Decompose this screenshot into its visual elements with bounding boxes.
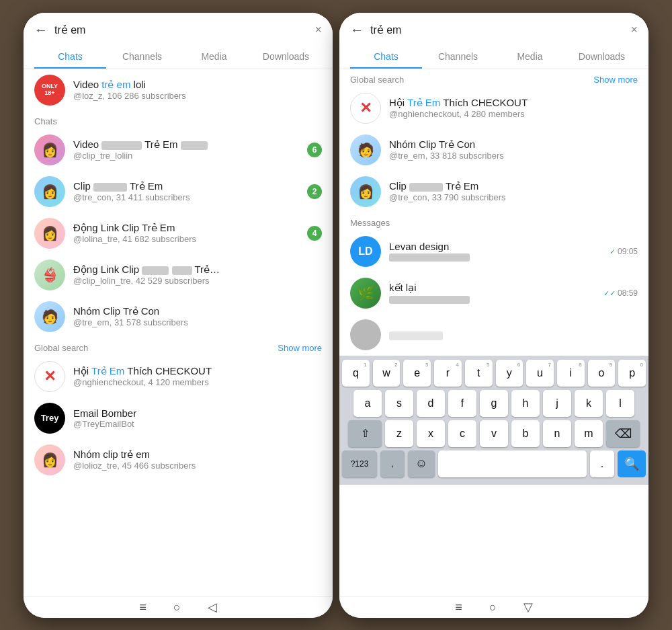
key-b[interactable]: b bbox=[511, 420, 540, 447]
key-f[interactable]: f bbox=[448, 390, 476, 417]
msg2-info: kết lại bbox=[389, 282, 595, 304]
chat1-name: Video Trẻ Em bbox=[73, 139, 299, 151]
message-item-1-right[interactable]: LD Levan design ✓ 09:05 bbox=[339, 231, 648, 272]
msg2-name: kết lại bbox=[389, 282, 595, 294]
nav-back-left[interactable]: ◁ bbox=[208, 600, 217, 615]
key-s[interactable]: s bbox=[385, 390, 413, 417]
global3-info-left: Nhóm clip trẻ em @lolioz_tre, 45 466 sub… bbox=[73, 448, 322, 471]
nav-home-right[interactable]: ○ bbox=[489, 600, 497, 615]
tab-downloads-right[interactable]: Downloads bbox=[566, 46, 638, 69]
msg2-preview bbox=[389, 294, 595, 304]
back-button-right[interactable]: ← bbox=[350, 22, 364, 38]
nav-bar-right: ≡ ○ ▽ bbox=[339, 596, 648, 618]
key-x[interactable]: x bbox=[417, 420, 445, 447]
global-item-2-right[interactable]: 🧑 Nhóm Clip Trẻ Con @tre_em, 33 818 subs… bbox=[339, 129, 648, 171]
tab-channels-left[interactable]: Channels bbox=[106, 46, 178, 69]
key-w[interactable]: w2 bbox=[373, 360, 401, 387]
chat-item-3[interactable]: 👩 Động Link Clip Trẻ Em @lolina_tre, 41 … bbox=[24, 212, 333, 254]
key-n[interactable]: n bbox=[543, 420, 571, 447]
avatar-checkout-left: ✕ bbox=[34, 361, 65, 392]
search-input-right[interactable]: trẻ em bbox=[370, 24, 624, 36]
keyboard-right: q1 w2 e3 r4 t5 y6 u7 i8 o9 p0 a s d f g … bbox=[339, 356, 648, 485]
key-m[interactable]: m bbox=[575, 420, 603, 447]
nav-menu-right[interactable]: ≡ bbox=[455, 600, 462, 615]
global-item-1-right[interactable]: ✕ Hội Trẻ Em Thích CHECKOUT @nghiencheck… bbox=[339, 87, 648, 129]
global1-sub-left: @nghiencheckout, 4 120 members bbox=[73, 377, 322, 387]
key-dot[interactable]: . bbox=[590, 450, 614, 477]
key-r[interactable]: r4 bbox=[434, 360, 462, 387]
key-search-button[interactable]: 🔍 bbox=[618, 450, 646, 477]
key-k[interactable]: k bbox=[575, 390, 603, 417]
search-bar-right: ← trẻ em × bbox=[350, 22, 638, 38]
chat3-name: Động Link Clip Trẻ Em bbox=[73, 222, 299, 234]
chat-item-4[interactable]: 👙 Động Link Clip Trẻ… @clip_lolin_tre, 4… bbox=[24, 254, 333, 296]
message-item-2-right[interactable]: 🌿 kết lại ✓✓ 08:59 bbox=[339, 272, 648, 314]
body-left: ONLY18+ Video trẻ em loli @loz_z, 106 28… bbox=[24, 69, 333, 596]
tab-chats-right[interactable]: Chats bbox=[350, 46, 422, 69]
key-123[interactable]: ?123 bbox=[342, 450, 377, 477]
key-backspace[interactable]: ⌫ bbox=[606, 420, 640, 447]
search-input-left[interactable]: trẻ em bbox=[54, 24, 308, 36]
show-more-left[interactable]: Show more bbox=[278, 343, 322, 353]
msg1-right: ✓ 09:05 bbox=[610, 247, 638, 256]
key-l[interactable]: l bbox=[606, 390, 634, 417]
nav-back-right[interactable]: ▽ bbox=[523, 600, 533, 615]
nav-bar-left: ≡ ○ ◁ bbox=[24, 596, 333, 618]
tabs-left: Chats Channels Media Downloads bbox=[34, 46, 322, 69]
global-item-1-left[interactable]: ✕ Hội Trẻ Em Thích CHECKOUT @nghiencheck… bbox=[24, 356, 333, 397]
global-item-3-right[interactable]: 👩 Clip Trẻ Em @tre_con, 33 790 subscribe… bbox=[339, 171, 648, 212]
chat-item-1[interactable]: 👩 Video Trẻ Em @clip_tre_loliin 6 bbox=[24, 129, 333, 171]
global3-name-right: Clip Trẻ Em bbox=[389, 180, 638, 192]
tab-media-right[interactable]: Media bbox=[494, 46, 566, 69]
back-button-left[interactable]: ← bbox=[34, 22, 48, 38]
key-c[interactable]: c bbox=[448, 420, 476, 447]
key-d[interactable]: d bbox=[417, 390, 445, 417]
keyboard-row3: ⇧ z x c v b n m ⌫ bbox=[342, 420, 646, 447]
tab-downloads-left[interactable]: Downloads bbox=[250, 46, 322, 69]
global3-name-left: Nhóm clip trẻ em bbox=[73, 448, 322, 461]
key-z[interactable]: z bbox=[385, 420, 413, 447]
key-y[interactable]: y6 bbox=[496, 360, 523, 387]
top-result-name: Video trẻ em loli bbox=[73, 79, 322, 91]
top-result-info: Video trẻ em loli @loz_z, 106 286 subscr… bbox=[73, 79, 322, 101]
key-u[interactable]: u7 bbox=[526, 360, 554, 387]
key-j[interactable]: j bbox=[543, 390, 571, 417]
show-more-right[interactable]: Show more bbox=[593, 75, 638, 85]
tab-chats-left[interactable]: Chats bbox=[34, 46, 106, 69]
key-v[interactable]: v bbox=[480, 420, 508, 447]
key-comma[interactable]: , bbox=[380, 450, 405, 477]
key-o[interactable]: o9 bbox=[588, 360, 616, 387]
chat-item-5[interactable]: 🧑 Nhóm Clip Trẻ Con @tre_em, 31 578 subs… bbox=[24, 296, 333, 338]
avatar-chat2: 👩 bbox=[34, 176, 65, 207]
close-button-right[interactable]: × bbox=[630, 23, 638, 37]
nav-home-left[interactable]: ○ bbox=[173, 600, 181, 615]
message-item-3-right[interactable] bbox=[339, 314, 648, 356]
key-e[interactable]: e3 bbox=[403, 360, 431, 387]
key-p[interactable]: p0 bbox=[618, 360, 646, 387]
global-item-3-left[interactable]: 👩 Nhóm clip trẻ em @lolioz_tre, 45 466 s… bbox=[24, 439, 333, 481]
tab-channels-right[interactable]: Channels bbox=[422, 46, 494, 69]
key-shift[interactable]: ⇧ bbox=[348, 420, 382, 447]
key-i[interactable]: i8 bbox=[557, 360, 585, 387]
nav-menu-left[interactable]: ≡ bbox=[139, 600, 146, 615]
key-g[interactable]: g bbox=[480, 390, 508, 417]
key-emoji[interactable]: ☺ bbox=[408, 450, 435, 477]
msg2-right: ✓✓ 08:59 bbox=[603, 288, 638, 298]
top-result-sub: @loz_z, 106 286 subscribers bbox=[73, 91, 322, 101]
avatar-msg3 bbox=[350, 319, 381, 350]
key-q[interactable]: q1 bbox=[342, 360, 370, 387]
chat-item-2[interactable]: 👩 Clip Trẻ Em @tre_con, 31 411 subscribe… bbox=[24, 171, 333, 212]
global-item-2-left[interactable]: Trey Email Bomber @TreyEmailBot bbox=[24, 397, 333, 439]
top-result-left[interactable]: ONLY18+ Video trẻ em loli @loz_z, 106 28… bbox=[24, 69, 333, 111]
close-button-left[interactable]: × bbox=[314, 23, 322, 37]
chat2-info: Clip Trẻ Em @tre_con, 31 411 subscribers bbox=[73, 180, 299, 202]
tab-media-left[interactable]: Media bbox=[178, 46, 250, 69]
keyboard-row4: ?123 , ☺ . 🔍 bbox=[342, 450, 646, 477]
chat4-sub: @clip_lolin_tre, 42 529 subscribers bbox=[73, 276, 322, 286]
highlight-tre-em-top: trẻ em bbox=[101, 79, 130, 90]
key-space[interactable] bbox=[438, 450, 587, 477]
key-h[interactable]: h bbox=[511, 390, 540, 417]
global2-name-left: Email Bomber bbox=[73, 407, 322, 419]
key-a[interactable]: a bbox=[353, 390, 382, 417]
key-t[interactable]: t5 bbox=[465, 360, 493, 387]
